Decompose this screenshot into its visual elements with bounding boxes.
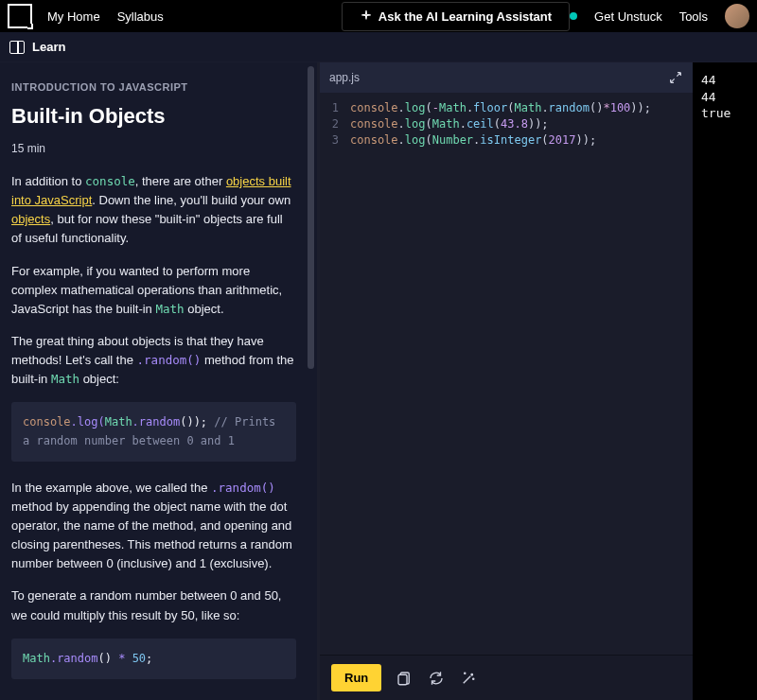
lesson-title: Built-in Objects [11, 104, 296, 129]
svg-point-3 [465, 673, 466, 674]
lesson-para-6: The example above will likely evaluate t… [11, 696, 296, 700]
inline-code: console [85, 174, 135, 188]
code-line[interactable]: console.log(Number.isInteger(2017)); [350, 132, 693, 149]
nav-get-unstuck[interactable]: Get Unstuck [594, 9, 662, 24]
lesson-para-5: To generate a random number between 0 an… [11, 586, 296, 624]
editor-footer: Run [320, 655, 693, 700]
output-line: 44 [701, 89, 749, 106]
output-line: true [701, 105, 749, 122]
learn-bar: Learn [0, 32, 757, 62]
learn-label: Learn [32, 40, 65, 54]
book-icon [9, 41, 25, 54]
line-number: 2 [320, 116, 339, 132]
sparkle-icon [360, 9, 373, 23]
status-dot [570, 12, 577, 20]
ask-ai-label: Ask the AI Learning Assistant [378, 9, 552, 24]
output-line: 44 [701, 72, 749, 89]
inline-code: .random() [211, 481, 275, 495]
lesson-panel[interactable]: INTRODUCTION TO JAVASCRIPT Built-in Obje… [0, 62, 317, 700]
lesson-duration: 15 min [11, 142, 296, 155]
nav-my-home[interactable]: My Home [47, 9, 100, 24]
line-number: 1 [320, 100, 339, 116]
editor-column: app.js 123 console.log(-Math.floor(Math.… [317, 62, 694, 700]
link-objects[interactable]: objects [11, 212, 50, 226]
lesson-para-2: For example, if you wanted to perform mo… [11, 262, 296, 319]
refresh-icon[interactable] [427, 669, 446, 688]
svg-rect-1 [398, 674, 407, 685]
expand-icon[interactable] [668, 70, 683, 85]
code-line[interactable]: console.log(-Math.floor(Math.random()*10… [350, 100, 693, 116]
code-block-2: Math.random() * 50; [11, 639, 296, 679]
editor-gutter: 123 [320, 100, 350, 655]
output-panel: 4444true [694, 62, 757, 700]
lesson-para-1: In addition to console, there are other … [11, 172, 296, 249]
lesson-kicker: INTRODUCTION TO JAVASCRIPT [11, 81, 296, 93]
scrollbar[interactable] [308, 66, 314, 369]
nav-tools[interactable]: Tools [679, 9, 708, 24]
avatar[interactable] [725, 4, 749, 28]
code-editor[interactable]: 123 console.log(-Math.floor(Math.random(… [320, 93, 693, 655]
clipboard-icon[interactable] [395, 669, 414, 688]
logo[interactable] [8, 4, 32, 28]
code-block-1: console.log(Math.random()); // Prints a … [11, 402, 296, 461]
editor-tabbar: app.js [320, 62, 693, 93]
top-header: My Home Syllabus Ask the AI Learning Ass… [0, 0, 757, 32]
lesson-para-4: In the example above, we called the .ran… [11, 479, 296, 574]
nav-syllabus[interactable]: Syllabus [117, 9, 164, 24]
svg-point-4 [473, 678, 474, 679]
line-number: 3 [320, 132, 339, 149]
code-line[interactable]: console.log(Math.ceil(43.8)); [350, 116, 693, 132]
inline-code: Math [155, 302, 184, 316]
magic-icon[interactable] [459, 669, 478, 688]
run-button[interactable]: Run [331, 664, 381, 691]
svg-point-2 [471, 674, 473, 675]
inline-code: .random() [137, 353, 202, 367]
editor-tab[interactable]: app.js [329, 71, 360, 84]
lesson-para-3: The great thing about objects is that th… [11, 332, 296, 389]
inline-code: Math [51, 372, 79, 386]
ask-ai-button[interactable]: Ask the AI Learning Assistant [342, 2, 570, 31]
